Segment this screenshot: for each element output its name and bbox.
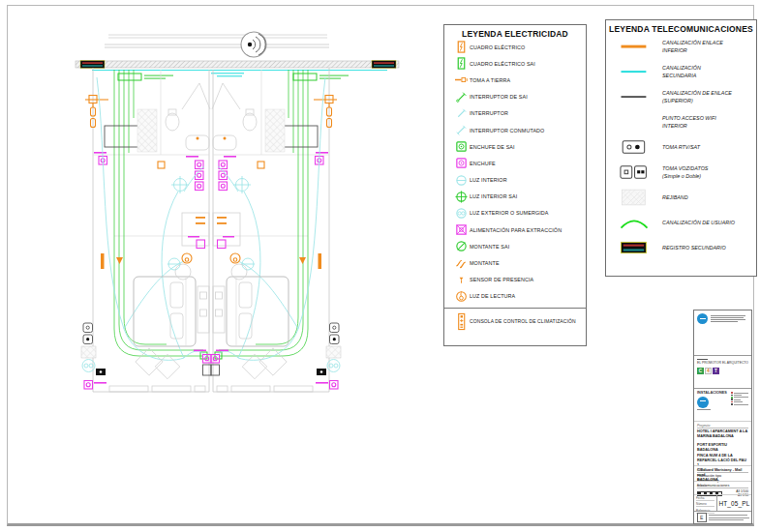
toma-rtv-sat-icon [606, 138, 662, 156]
legend-electricidad: LEYENDA ELECTRICIDAD CUADRO ELÉCTRICOCUA… [443, 24, 587, 346]
legend-item-label: ENCHUFE DE SAI [470, 144, 515, 150]
luz-exterior-o-sumergida-icon [452, 207, 470, 220]
legend-item-toma-a-tierra: TOMA A TIERRA [444, 72, 586, 88]
legend-item-label: INFERIOR [662, 46, 723, 54]
project-line: PORT ESPORTIU BADALONA [697, 443, 748, 453]
cuadro-electrico-icon [452, 41, 470, 53]
legend-item-cuadro-electrico: CUADRO ELÉCTRICO [444, 39, 586, 55]
project-label: Proyecto: [697, 424, 748, 429]
legend-item-alimentacion-para-extraccion: ALIMENTACIÓN PARA EXTRACCIÓN [444, 222, 586, 238]
green-annotation-right [293, 74, 349, 80]
luz-de-lectura-icon [452, 290, 470, 303]
interruptor-icon [452, 107, 470, 120]
legend-item-label: TOMA A TIERRA [470, 77, 510, 83]
registro-secundario-box-right [372, 61, 396, 69]
legend-telecomunicaciones: LEYENDA TELECOMUNICACIONES CANALIZACIÓN … [605, 19, 757, 277]
legend-item-label: INTERIOR [662, 122, 716, 130]
legend-item-label: CUADRO ELÉCTRICO [470, 44, 525, 50]
interruptor-de-sai-icon [452, 91, 470, 103]
legend-item-toma-rtv-sat: TOMA RTV/SAT [606, 134, 756, 160]
installations-label: INSTALACIONES [697, 391, 727, 395]
legend-item-label: LUZ DE LECTURA [470, 293, 515, 299]
meta-label: Fecha [696, 496, 714, 501]
plan-label: Plànol: [697, 468, 748, 473]
legend-item-cuadro-electrico-sai: CUADRO ELÉCTRICO SAI [444, 55, 586, 72]
registro-secundario-icon [606, 239, 662, 256]
legend-item-label: INTERRUPTOR [470, 110, 508, 116]
legend-item-canalizacion-enlace-inferior: CANALIZACIÓN ENLACEINFERIOR [606, 34, 756, 59]
punto-acceso-wifi-icon [606, 113, 662, 131]
room-right [211, 68, 341, 392]
legend-item-label: CUADRO ELÉCTRICO SAI [470, 61, 535, 67]
certification-logo [697, 513, 707, 522]
canalizacion-enlace-inferior-icon [606, 38, 662, 55]
interruptor-conmutado-icon [452, 124, 470, 136]
toma-a-tierra-icon [452, 74, 470, 86]
legend-item-label: ALIMENTACIÓN PARA EXTRACCIÓN [470, 227, 562, 233]
wifi-access-point-icon [241, 32, 266, 57]
legend-item-label: REGISTRO SECUNDARIO [662, 244, 726, 251]
legend-electricidad-title: LEYENDA ELECTRICIDAD [444, 25, 586, 39]
sensor-de-presencia-icon [452, 274, 470, 286]
legend-item-registro-secundario: REGISTRO SECUNDARIO [606, 235, 756, 260]
legend-item-punto-acceso-wifi: PUNTO ACCESO WIFIINTERIOR [606, 109, 756, 134]
enchufe-de-sai-icon [452, 140, 470, 153]
legend-item-consola-climatizacion: CONSOLA DE CONTROL DE CLIMATIZACIÓN [444, 308, 586, 334]
legend-item-luz-de-lectura: LUZ DE LECTURA [444, 288, 586, 305]
room-left [81, 68, 211, 392]
luz-interior-icon [452, 174, 470, 187]
legend-item-label: INTERRUPTOR DE SAI [470, 94, 528, 100]
legend-item-label: (SUPERIOR) [662, 97, 732, 104]
scale-label: Escala [697, 484, 748, 488]
legend-item-label: TOMA VOZ/DATOS [662, 164, 708, 172]
legend-item-sensor-de-presencia: SENSOR DE PRESENCIA [444, 272, 586, 288]
legend-item-label: LUZ INTERIOR SAI [470, 193, 517, 199]
certification-strip [694, 511, 751, 523]
signatures-section: EL PROMOTOR EL ARQUITECTO C 4 T [694, 355, 751, 388]
legend-item-label: LUZ EXTERIOR O SUMERGIDA [470, 210, 548, 216]
legend-telecomunicaciones-title: LEYENDA TELECOMUNICACIONES [606, 20, 756, 34]
registro-secundario-box-left [80, 61, 105, 69]
legend-item-luz-interior-sai: LUZ INTERIOR SAI [444, 189, 586, 205]
architect-label: EL ARQUITECTO [722, 361, 748, 365]
project-line: HOTEL I APARCAMENT A LA [697, 429, 748, 434]
legend-item-luz-exterior-o-sumergida: LUZ EXTERIOR O SUMERGIDA [444, 205, 586, 222]
promoter-label: EL PROMOTOR [697, 361, 721, 365]
legend-item-label: CANALIZACIÓN DE ENLACE [662, 89, 732, 97]
legend-item-label: (Simple o Doble) [662, 172, 708, 180]
legend-item-toma-voz-datos: TOMA VOZ/DATOS(Simple o Doble) [606, 160, 756, 185]
consola-climatizacion-icon [452, 312, 470, 331]
legend-item-label: SECUNDARIA [662, 72, 701, 79]
rejiband-icon [606, 189, 662, 206]
green-annotation-left [118, 74, 173, 80]
floor-plan-drawing [68, 19, 405, 410]
legend-item-interruptor-conmutado: INTERRUPTOR CONMUTADO [444, 122, 586, 138]
legend-item-enchufe: ENCHUFE [444, 155, 586, 171]
meta-label: Número [696, 502, 714, 507]
corridor [105, 35, 329, 47]
company-logo [697, 313, 708, 324]
number-section: FechaNúmeroReferencia HT_05_PL [694, 494, 751, 511]
canalizacion-de-usuario-icon [606, 214, 662, 231]
project-section: Proyecto: HOTEL I APARCAMENT A LAMARINA … [694, 421, 751, 465]
promoter-logo: C 4 T [697, 368, 719, 374]
legend-item-label: REJIBAND [662, 193, 688, 201]
plan-section: Plànol: Habitación tipoElectricidad y te… [694, 465, 751, 481]
legend-item-canalizacion-enlace-superior: CANALIZACIÓN DE ENLACE(SUPERIOR) [606, 84, 756, 109]
legend-item-label: CONSOLA DE CONTROL DE CLIMATIZACIÓN [470, 318, 576, 324]
legend-item-canalizacion-secundaria: CANALIZACIÓNSECUNDARIA [606, 59, 756, 84]
legend-item-label: TOMA RTV/SAT [662, 143, 700, 151]
architect-logo [740, 368, 748, 385]
legend-item-label: LUZ INTERIOR [470, 177, 507, 183]
drawing-code: HT_05_PL [718, 500, 749, 507]
legend-item-interruptor: INTERRUPTOR [444, 105, 586, 122]
legend-item-label: ENCHUFE [470, 161, 496, 166]
alimentacion-para-extraccion-icon [452, 223, 470, 236]
legend-item-rejiband: REJIBAND [606, 185, 756, 210]
corridor-wall [76, 61, 399, 68]
legend-item-enchufe-de-sai: ENCHUFE DE SAI [444, 138, 586, 155]
legend-item-label: MONTANTE SAI [470, 244, 509, 250]
legend-item-canalizacion-de-usuario: CANALIZACIÓN DE USUARIO [606, 210, 756, 235]
legend-item-interruptor-de-sai: INTERRUPTOR DE SAI [444, 89, 586, 105]
title-block: EL PROMOTOR EL ARQUITECTO C 4 T INSTALAC… [693, 310, 752, 524]
